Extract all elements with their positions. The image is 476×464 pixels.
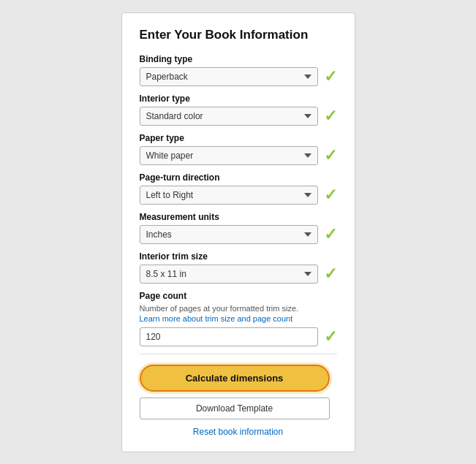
page-turn-check: ✓ [324, 187, 337, 203]
divider-1 [140, 354, 337, 354]
page-count-group: Page count Number of pages at your forma… [140, 291, 337, 346]
trim-size-label: Interior trim size [140, 251, 337, 262]
measurement-row: Inches Centimeters ✓ [140, 225, 337, 244]
interior-type-group: Interior type Black & white Standard col… [140, 94, 337, 126]
measurement-group: Measurement units Inches Centimeters ✓ [140, 212, 337, 244]
calculate-button[interactable]: Calculate dimensions [140, 365, 330, 392]
paper-type-label: Paper type [140, 133, 337, 143]
page-turn-group: Page-turn direction Left to Right Right … [140, 172, 337, 205]
paper-type-check: ✓ [324, 148, 337, 164]
binding-type-select[interactable]: Paperback Hardcover [140, 67, 318, 86]
reset-link[interactable]: Reset book information [140, 427, 337, 437]
paper-type-row: White paper Cream paper ✓ [140, 146, 337, 165]
paper-type-group: Paper type White paper Cream paper ✓ [140, 133, 337, 165]
page-count-check: ✓ [324, 329, 337, 345]
page-turn-label: Page-turn direction [140, 172, 337, 183]
book-info-card: Enter Your Book Information Binding type… [121, 12, 355, 452]
download-button[interactable]: Download Template [140, 398, 330, 419]
page-count-description: Number of pages at your formatted trim s… [140, 304, 337, 313]
binding-type-row: Paperback Hardcover ✓ [140, 67, 337, 86]
interior-type-select[interactable]: Black & white Standard color Premium col… [140, 107, 318, 126]
page-title: Enter Your Book Information [140, 28, 337, 42]
binding-type-group: Binding type Paperback Hardcover ✓ [140, 54, 337, 86]
page-count-input[interactable] [140, 327, 318, 346]
trim-size-check: ✓ [324, 266, 337, 282]
paper-type-select[interactable]: White paper Cream paper [140, 146, 318, 165]
interior-type-label: Interior type [140, 94, 337, 104]
page-count-link[interactable]: Learn more about trim size and page coun… [140, 314, 337, 323]
page-turn-select[interactable]: Left to Right Right to Left [140, 186, 318, 205]
binding-type-check: ✓ [324, 69, 337, 85]
binding-type-label: Binding type [140, 54, 337, 64]
page-count-row: ✓ [140, 327, 337, 346]
page-turn-row: Left to Right Right to Left ✓ [140, 186, 337, 205]
page-count-label: Page count [140, 291, 337, 301]
trim-size-select[interactable]: 5 x 8 in 6 x 9 in 8.5 x 11 in [140, 265, 318, 284]
measurement-label: Measurement units [140, 212, 337, 222]
interior-type-row: Black & white Standard color Premium col… [140, 107, 337, 126]
trim-size-row: 5 x 8 in 6 x 9 in 8.5 x 11 in ✓ [140, 265, 337, 284]
trim-size-group: Interior trim size 5 x 8 in 6 x 9 in 8.5… [140, 251, 337, 284]
measurement-select[interactable]: Inches Centimeters [140, 225, 318, 244]
interior-type-check: ✓ [324, 108, 337, 124]
measurement-check: ✓ [324, 227, 337, 243]
